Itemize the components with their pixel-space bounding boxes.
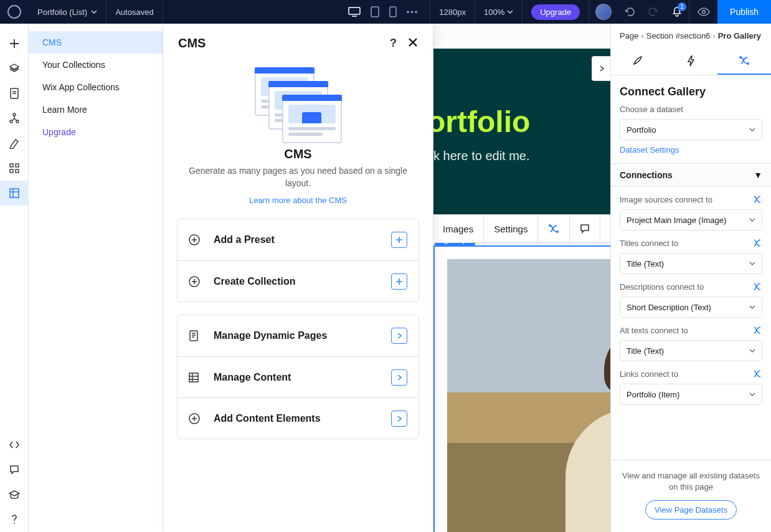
page-switcher[interactable]: Portfolio (List): [29, 0, 106, 24]
plus-action-icon[interactable]: [391, 232, 407, 248]
help-rail-button[interactable]: [0, 507, 29, 532]
gallery-image-figure: [559, 334, 610, 532]
connections-title: Connections: [620, 170, 673, 180]
submenu-label: Wix App Collections: [42, 82, 120, 92]
connection-titles: Titles connect to Title (Text): [611, 230, 771, 274]
submenu-item-cms[interactable]: CMS: [29, 31, 163, 54]
cms-row-add-preset[interactable]: Add a Preset: [177, 219, 419, 260]
connection-label: Image sources connect to: [620, 195, 712, 204]
layers-button[interactable]: [0, 56, 29, 81]
apps-button[interactable]: [0, 156, 29, 181]
cms-hero-illustration: [255, 67, 342, 142]
cms-hero-title: CMS: [183, 147, 413, 161]
chevron-right-icon[interactable]: [391, 369, 407, 386]
tab-design[interactable]: [611, 47, 665, 75]
submenu-item-learn-more[interactable]: Learn More: [29, 98, 163, 121]
chevron-down-icon: [749, 304, 755, 310]
theme-button[interactable]: [0, 131, 29, 156]
connection-select[interactable]: Title (Text): [620, 340, 762, 361]
avatar[interactable]: [595, 4, 612, 20]
connection-select[interactable]: Portfolio (Item): [620, 384, 762, 405]
toolbar-comment-icon[interactable]: [570, 214, 600, 243]
dataset-settings-link[interactable]: Dataset Settings: [611, 145, 771, 163]
submenu-item-collections[interactable]: Your Collections: [29, 54, 163, 76]
svg-point-3: [702, 11, 705, 14]
plus-action-icon[interactable]: [391, 273, 407, 290]
connect-icon[interactable]: [752, 194, 762, 204]
toolbar-help-icon[interactable]: ?: [600, 214, 610, 243]
preview-button[interactable]: [689, 0, 717, 24]
cms-row-create-collection[interactable]: Create Collection: [177, 260, 419, 302]
chevron-right-icon[interactable]: [391, 411, 407, 427]
notifications-button[interactable]: 1: [665, 0, 689, 24]
pro-gallery-element[interactable]: #gallery1: [433, 245, 610, 532]
help-icon[interactable]: ?: [390, 37, 397, 50]
connect-icon[interactable]: [752, 369, 762, 379]
dataset-select[interactable]: Portfolio: [620, 119, 762, 140]
breadcrumb-item[interactable]: Pro Gallery: [718, 31, 761, 40]
add-elements-button[interactable]: [0, 31, 29, 56]
chevron-right-icon[interactable]: [391, 328, 407, 344]
upgrade-cell: Upgrade: [523, 0, 589, 24]
comments-button[interactable]: [0, 457, 29, 482]
submenu-item-upgrade[interactable]: Upgrade: [29, 121, 163, 143]
connect-icon[interactable]: [752, 282, 762, 292]
learn-button[interactable]: [0, 482, 29, 507]
more-icon[interactable]: •••: [407, 7, 419, 17]
connection-select[interactable]: Project Main Image (Image): [620, 209, 762, 230]
cms-row-label: Manage Content: [214, 372, 379, 383]
cms-hero-link[interactable]: Learn more about the CMS: [183, 196, 413, 205]
desktop-icon[interactable]: [348, 7, 361, 17]
cms-button[interactable]: [0, 181, 29, 206]
connection-value: Project Main Image (Image): [627, 216, 726, 225]
collapse-inspector-button[interactable]: [592, 56, 610, 81]
connect-icon[interactable]: [752, 325, 762, 335]
cms-row-manage-content[interactable]: Manage Content: [177, 356, 419, 397]
cms-group-create: Add a Preset Create Collection: [177, 219, 419, 302]
dev-mode-button[interactable]: [0, 432, 29, 457]
zoom-control[interactable]: 100%: [475, 0, 523, 24]
connect-icon[interactable]: [752, 238, 762, 248]
canvas[interactable]: ortfolio ck here to edit me. Images Sett…: [433, 24, 610, 532]
connection-select[interactable]: Title (Text): [620, 253, 762, 274]
connection-value: Portfolio (Item): [627, 390, 679, 399]
connection-label: Alt texts connect to: [620, 326, 688, 335]
submenu-label: Upgrade: [42, 127, 76, 137]
panel-title: CMS: [178, 36, 206, 50]
svg-rect-16: [190, 331, 197, 341]
connection-value: Title (Text): [627, 259, 664, 268]
toolbar-connect-icon[interactable]: [538, 214, 570, 243]
chevron-down-icon: [749, 260, 755, 267]
cms-row-content-elements[interactable]: Add Content Elements: [177, 397, 419, 439]
tablet-icon[interactable]: [371, 6, 379, 17]
toolbar-settings[interactable]: Settings: [484, 214, 538, 243]
redo-button[interactable]: [641, 0, 665, 24]
upgrade-button[interactable]: Upgrade: [531, 4, 580, 20]
connections-accordion[interactable]: Connections ▼: [611, 163, 771, 187]
table-icon: [189, 373, 201, 382]
svg-rect-12: [10, 189, 19, 197]
canvas-width[interactable]: 1280px: [430, 0, 475, 24]
svg-rect-9: [16, 164, 19, 167]
tab-connect[interactable]: [717, 47, 771, 75]
close-icon[interactable]: [408, 37, 418, 49]
publish-button[interactable]: Publish: [717, 0, 771, 24]
breadcrumb-item[interactable]: Page: [620, 31, 638, 40]
connection-select[interactable]: Short Description (Text): [620, 297, 762, 318]
toolbar-images[interactable]: Images: [433, 214, 484, 243]
undo-button[interactable]: [618, 0, 641, 24]
gallery-toolbar: Images Settings ?: [433, 214, 610, 243]
submenu-item-wix-collections[interactable]: Wix App Collections: [29, 76, 163, 98]
cms-row-dynamic-pages[interactable]: Manage Dynamic Pages: [177, 315, 419, 356]
page-icon: [189, 330, 201, 341]
mobile-icon[interactable]: [389, 6, 397, 17]
tab-interactions[interactable]: [665, 47, 718, 75]
hero-heading[interactable]: ortfolio: [433, 105, 610, 139]
pages-button[interactable]: [0, 81, 29, 106]
view-datasets-button[interactable]: View Page Datasets: [645, 500, 737, 520]
hero-subtitle[interactable]: ck here to edit me.: [433, 149, 610, 163]
site-structure-button[interactable]: [0, 106, 29, 131]
wix-logo[interactable]: [7, 5, 21, 19]
hero-section[interactable]: ortfolio ck here to edit me.: [433, 49, 610, 214]
breadcrumb-item[interactable]: Section #section6: [646, 31, 711, 40]
